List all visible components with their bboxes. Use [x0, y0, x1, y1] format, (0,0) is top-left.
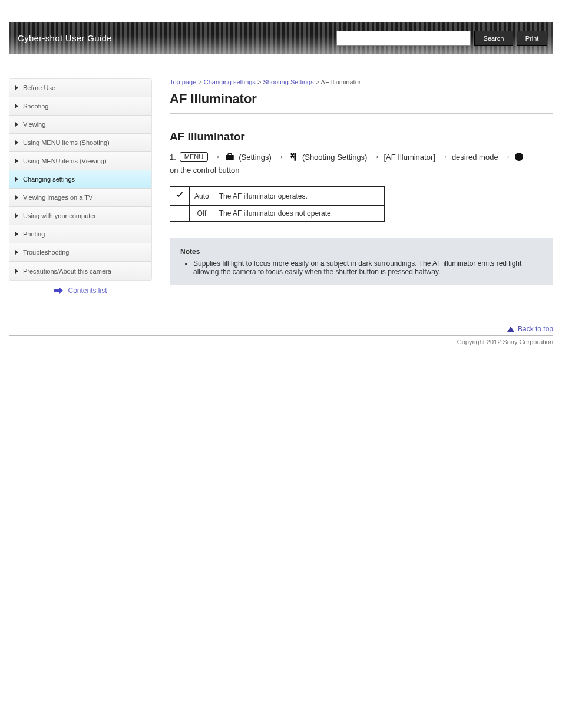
sidebar-item-label: Before Use [23, 84, 55, 91]
sidebar-item-viewing[interactable]: Viewing [9, 116, 151, 134]
search-input[interactable] [336, 31, 471, 46]
arrow-right-icon: → [371, 151, 380, 162]
check-icon [175, 190, 184, 200]
chevron-right-icon [15, 269, 18, 274]
arrow-right-icon: → [439, 151, 448, 162]
sidebar-item-label: Troubleshooting [23, 249, 69, 256]
table-row: Auto The AF illuminator operates. [170, 187, 385, 206]
sidebar-item-changing-settings[interactable]: Changing settings [9, 170, 151, 189]
sidebar-item-label: Changing settings [23, 176, 75, 183]
chevron-right-icon [15, 159, 18, 163]
sidebar-item-label: Using with your computer [23, 212, 96, 219]
option-label: Off [190, 206, 214, 222]
sidebar-item-tv[interactable]: Viewing images on a TV [9, 189, 151, 207]
breadcrumb-top[interactable]: Top page [170, 78, 196, 85]
menu-path: 1. MENU → (Settings) → (Shooting Setting… [170, 151, 553, 174]
chevron-right-icon [15, 250, 18, 255]
option-desc: The AF illuminator operates. [214, 187, 384, 206]
page-title: AF Illuminator [170, 88, 553, 114]
table-row: Off The AF illuminator does not operate. [170, 206, 385, 222]
back-to-top-link[interactable]: Back to top [9, 301, 553, 335]
sidebar-item-before-use[interactable]: Before Use [9, 79, 151, 97]
chevron-right-icon [15, 195, 18, 200]
sidebar-item-printing[interactable]: Printing [9, 225, 151, 243]
chevron-right-icon [15, 140, 18, 145]
chevron-right-icon [15, 232, 18, 236]
breadcrumb-current: AF Illuminator [321, 78, 361, 85]
record-icon [515, 153, 523, 161]
breadcrumb-sub[interactable]: Shooting Settings [263, 78, 313, 85]
contents-list-link[interactable]: Contents list [9, 281, 152, 296]
check-icon-cell [170, 187, 190, 206]
chevron-right-icon [15, 177, 18, 182]
arrow-right-icon [54, 288, 63, 294]
chevron-right-icon [15, 122, 18, 127]
breadcrumb-section[interactable]: Changing settings [204, 78, 256, 85]
sidebar: Before Use Shooting Viewing Using MENU i… [9, 78, 152, 281]
tool-icon [288, 151, 299, 162]
sidebar-item-menu-shooting[interactable]: Using MENU items (Shooting) [9, 134, 151, 152]
arrow-right-icon: → [502, 151, 511, 162]
sidebar-item-label: Using MENU items (Viewing) [23, 157, 107, 164]
print-button[interactable]: Print [517, 31, 547, 46]
chevron-right-icon [15, 85, 18, 90]
header-bar: Cyber-shot User Guide Search Print [9, 22, 553, 54]
sidebar-item-label: Shooting [23, 103, 48, 110]
section-heading: AF Illuminator [170, 130, 553, 143]
chevron-right-icon [15, 213, 18, 218]
arrow-right-icon: → [275, 151, 285, 162]
search-button[interactable]: Search [474, 31, 513, 46]
content-area: Top page > Changing settings > Shooting … [170, 78, 553, 301]
triangle-up-icon [507, 327, 514, 332]
copyright-text: Copyright 2012 Sony Corporation [9, 336, 553, 345]
sidebar-item-label: Viewing [23, 121, 45, 128]
menu-key: MENU [180, 152, 208, 162]
sidebar-item-computer[interactable]: Using with your computer [9, 207, 151, 225]
sidebar-item-shooting[interactable]: Shooting [9, 97, 151, 116]
sidebar-item-precautions[interactable]: Precautions/About this camera [9, 262, 151, 280]
note-title: Notes [180, 248, 543, 256]
svg-rect-0 [294, 153, 296, 161]
sidebar-item-label: Viewing images on a TV [23, 194, 92, 201]
header-title: Cyber-shot User Guide [9, 33, 333, 43]
sidebar-item-menu-viewing[interactable]: Using MENU items (Viewing) [9, 152, 151, 170]
sidebar-item-troubleshooting[interactable]: Troubleshooting [9, 243, 151, 262]
note-box: Notes Supplies fill light to focus more … [170, 238, 553, 285]
option-desc: The AF illuminator does not operate. [214, 206, 384, 222]
sidebar-item-label: Precautions/About this camera [23, 268, 111, 275]
toolbox-icon [224, 151, 235, 162]
sidebar-item-label: Using MENU items (Shooting) [23, 139, 110, 146]
chevron-right-icon [15, 104, 18, 108]
note-item: Supplies fill light to focus more easily… [193, 259, 543, 276]
option-label: Auto [190, 187, 214, 206]
breadcrumb: Top page > Changing settings > Shooting … [170, 78, 553, 88]
arrow-right-icon: → [211, 151, 221, 162]
sidebar-item-label: Printing [23, 230, 45, 238]
options-table: Auto The AF illuminator operates. Off Th… [170, 186, 385, 222]
